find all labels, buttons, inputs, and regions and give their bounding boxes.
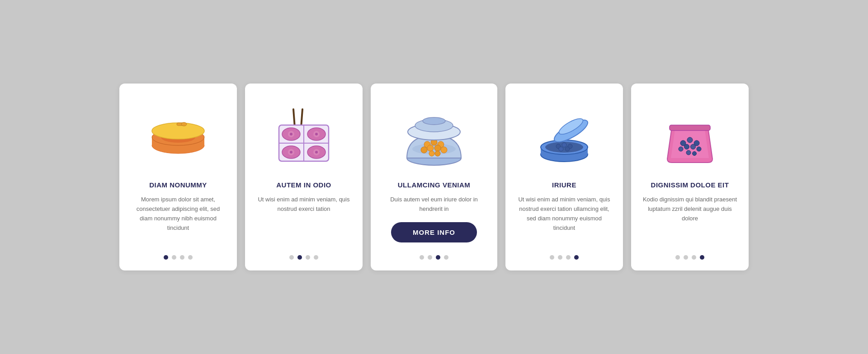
svg-point-58 <box>697 147 701 151</box>
card-2: AUTEM IN ODIO Ut wisi enim ad minim veni… <box>245 84 363 270</box>
caviar-tin-icon <box>528 98 600 170</box>
dot <box>188 255 193 260</box>
svg-point-35 <box>429 151 434 156</box>
dot <box>684 255 688 260</box>
svg-point-32 <box>427 145 434 151</box>
card-3: ULLAMCING VENIAM Duis autem vel eum iriu… <box>371 84 497 270</box>
svg-point-8 <box>181 122 187 126</box>
card-1-title: DIAM NONUMMY <box>149 181 207 189</box>
svg-point-53 <box>687 137 693 143</box>
dot <box>675 255 680 260</box>
dot <box>297 255 302 260</box>
svg-point-48 <box>565 147 570 151</box>
svg-point-16 <box>290 133 292 135</box>
svg-point-22 <box>290 151 292 154</box>
more-info-button[interactable]: MORE INFO <box>391 222 477 242</box>
card-4-dots <box>550 255 579 260</box>
dot <box>172 255 176 260</box>
dot <box>692 255 696 260</box>
cards-container: DIAM NONUMMY Morem ipsum dolor sit amet,… <box>92 65 776 289</box>
dot <box>574 255 579 260</box>
card-5: DIGNISSIM DOLOE EIT Kodio dignissim qui … <box>631 84 749 270</box>
dot <box>558 255 562 260</box>
card-4: IRIURE Ut wisi enim ad minim veniam, qui… <box>505 84 623 270</box>
dot <box>550 255 554 260</box>
card-4-title: IRIURE <box>552 181 576 189</box>
caviar-bowl-icon <box>398 98 470 170</box>
svg-point-59 <box>686 150 691 155</box>
dot <box>314 255 318 260</box>
card-1-dots <box>164 255 193 260</box>
dot <box>306 255 310 260</box>
svg-point-55 <box>679 147 683 151</box>
card-2-dots <box>289 255 318 260</box>
svg-point-33 <box>434 145 441 151</box>
dot <box>428 255 432 260</box>
card-2-text: Ut wisi enim ad minim veniam, quis nostr… <box>256 195 352 244</box>
card-3-text: Duis autem vel eum iriure dolor in hendr… <box>382 195 486 214</box>
card-5-text: Kodio dignissim qui blandit praesent lup… <box>642 195 738 244</box>
card-3-title: ULLAMCING VENIAM <box>398 181 471 189</box>
tuna-can-icon <box>142 98 214 170</box>
svg-point-6 <box>156 125 200 137</box>
card-1-text: Morem ipsum dolor sit amet, consectetuer… <box>130 195 226 244</box>
svg-point-45 <box>562 143 566 147</box>
svg-point-25 <box>315 151 318 154</box>
svg-point-36 <box>435 151 440 156</box>
svg-point-57 <box>691 144 696 149</box>
svg-point-34 <box>441 147 447 153</box>
dot <box>289 255 294 260</box>
card-1: DIAM NONUMMY Morem ipsum dolor sit amet,… <box>119 84 237 270</box>
card-5-dots <box>675 255 704 260</box>
dot <box>420 255 424 260</box>
sushi-box-icon <box>268 98 340 170</box>
svg-point-56 <box>684 144 689 149</box>
dot <box>180 255 184 260</box>
card-3-dots <box>420 255 448 260</box>
svg-point-47 <box>559 147 563 151</box>
card-5-title: DIGNISSIM DOLOE EIT <box>651 181 729 189</box>
dot <box>436 255 440 260</box>
dot <box>566 255 571 260</box>
svg-rect-51 <box>670 125 710 130</box>
dot <box>444 255 448 260</box>
card-2-title: AUTEM IN ODIO <box>276 181 331 189</box>
dot <box>700 255 704 260</box>
caviar-bucket-icon <box>654 98 726 170</box>
card-4-text: Ut wisi enim ad minim veniam, quis nostr… <box>516 195 612 244</box>
svg-point-31 <box>421 147 427 153</box>
svg-point-39 <box>423 117 445 125</box>
svg-point-19 <box>315 133 318 135</box>
dot <box>164 255 168 260</box>
svg-point-60 <box>693 152 697 156</box>
